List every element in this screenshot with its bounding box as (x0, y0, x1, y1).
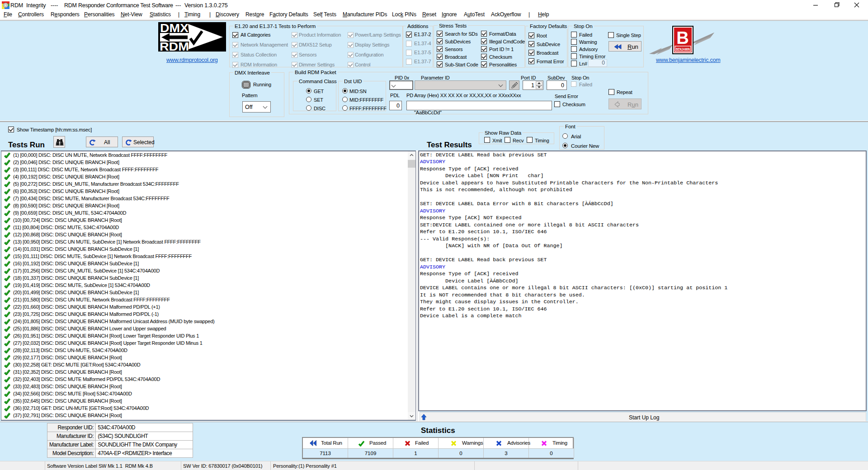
svg-text:B: B (676, 28, 689, 47)
svg-text:DMX: DMX (160, 22, 189, 35)
svg-text:RDM: RDM (160, 40, 189, 52)
svg-text:BENJAMIN: BENJAMIN (676, 47, 690, 52)
